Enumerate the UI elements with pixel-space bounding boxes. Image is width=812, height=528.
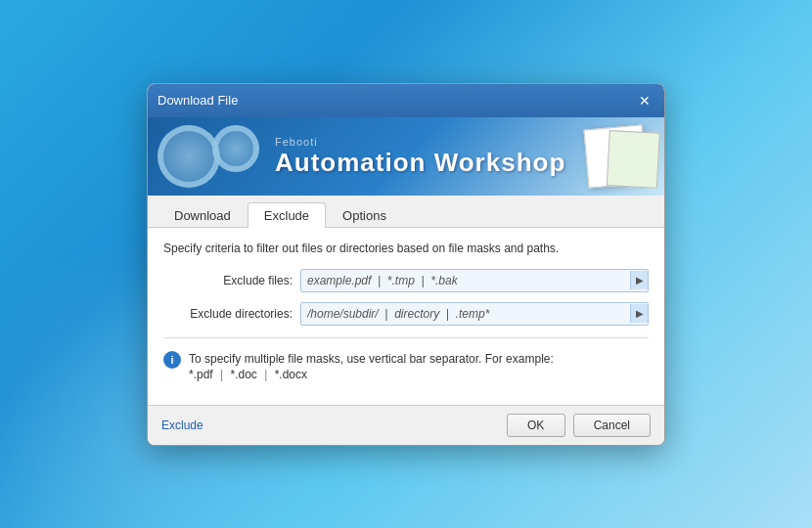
example-docx: *.docx (275, 368, 307, 381)
banner-document-icon (583, 124, 647, 188)
cancel-button[interactable]: Cancel (573, 414, 651, 437)
exclude-dirs-label: Exclude directories: (163, 307, 300, 321)
close-button[interactable]: ✕ (635, 91, 654, 110)
exclude-help-link[interactable]: Exclude (161, 418, 203, 432)
exclude-files-arrow-icon[interactable]: ▶ (630, 271, 648, 289)
banner: Febooti Automation Workshop (148, 117, 664, 196)
footer: Exclude OK Cancel (148, 405, 664, 445)
example-pdf: *.pdf (189, 368, 213, 381)
gear-medium-icon (212, 125, 259, 172)
tab-content: Specify criteria to filter out files or … (148, 228, 664, 405)
title-bar: Download File ✕ (148, 84, 664, 117)
ok-button[interactable]: OK (507, 414, 565, 437)
title-bar-text: Download File (158, 93, 238, 108)
banner-gears (158, 117, 259, 196)
tab-bar: Download Exclude Options (148, 196, 664, 228)
pipe-sep-1: | (220, 368, 226, 381)
info-examples: *.pdf | *.doc | *.docx (189, 368, 554, 381)
info-section: i To specify multiple file masks, use ve… (163, 350, 649, 381)
description-text: Specify criteria to filter out files or … (163, 242, 649, 255)
exclude-files-row: Exclude files: ▶ (163, 269, 649, 292)
dialog-window: Download File ✕ Febooti Automation Works… (147, 83, 665, 446)
banner-text: Febooti Automation Workshop (275, 135, 565, 177)
exclude-dirs-input-wrapper: ▶ (300, 302, 649, 326)
exclude-dirs-row: Exclude directories: ▶ (163, 302, 649, 326)
exclude-files-input-wrapper: ▶ (300, 269, 649, 292)
pipe-sep-2: | (264, 368, 270, 381)
footer-buttons: OK Cancel (507, 414, 651, 437)
tab-download[interactable]: Download (158, 202, 248, 228)
exclude-dirs-input[interactable] (301, 303, 630, 325)
separator (163, 337, 649, 338)
banner-title: Automation Workshop (275, 147, 565, 177)
tab-options[interactable]: Options (326, 202, 403, 228)
banner-brand: Febooti (275, 135, 565, 147)
example-doc: *.doc (230, 368, 256, 381)
exclude-dirs-arrow-icon[interactable]: ▶ (630, 304, 648, 323)
exclude-files-label: Exclude files: (163, 274, 300, 287)
gear-large-icon (158, 125, 220, 188)
info-icon: i (163, 351, 181, 369)
info-content: To specify multiple file masks, use vert… (189, 350, 554, 381)
info-text: To specify multiple file masks, use vert… (189, 350, 554, 368)
exclude-files-input[interactable] (301, 270, 630, 291)
tab-exclude[interactable]: Exclude (248, 202, 326, 228)
